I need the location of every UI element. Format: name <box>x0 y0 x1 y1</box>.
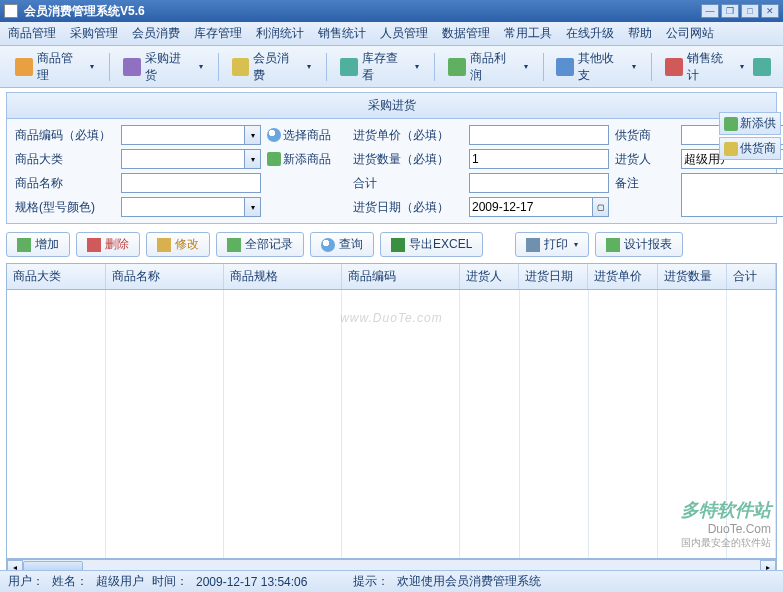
chevron-down-icon: ▾ <box>415 62 419 71</box>
menu-9[interactable]: 在线升级 <box>566 25 614 42</box>
people-icon[interactable] <box>753 58 771 76</box>
minimize-button[interactable]: — <box>701 4 719 18</box>
separator <box>218 53 219 81</box>
add-label: 增加 <box>35 236 59 253</box>
tool-sales[interactable]: 销售统计▾ <box>658 45 751 89</box>
all-label: 全部记录 <box>245 236 293 253</box>
tool-member[interactable]: 会员消费▾ <box>225 45 318 89</box>
chevron-down-icon[interactable]: ▾ <box>245 125 261 145</box>
column-header-7[interactable]: 进货数量 <box>658 264 727 289</box>
category-combo[interactable]: ▾ <box>121 149 261 169</box>
modify-button[interactable]: 修改 <box>146 232 210 257</box>
tool-label: 销售统计 <box>687 50 735 84</box>
tool-other-icon <box>556 58 574 76</box>
column-header-8[interactable]: 合计 <box>727 264 776 289</box>
tool-label: 采购进货 <box>145 50 193 84</box>
table-column <box>658 290 727 559</box>
chevron-down-icon[interactable]: ▾ <box>245 149 261 169</box>
all-records-button[interactable]: 全部记录 <box>216 232 304 257</box>
date-input[interactable] <box>469 197 593 217</box>
export-label: 导出EXCEL <box>409 236 472 253</box>
column-header-2[interactable]: 商品规格 <box>224 264 342 289</box>
product-code-label: 商品编码（必填） <box>15 127 115 144</box>
spec-input[interactable] <box>121 197 245 217</box>
titlebar: 会员消费管理系统V5.6 — ❐ □ ✕ <box>0 0 783 22</box>
new-supplier-side-button[interactable]: 新添供 <box>719 112 781 135</box>
export-excel-button[interactable]: 导出EXCEL <box>380 232 483 257</box>
qty-input[interactable] <box>469 149 609 169</box>
menu-4[interactable]: 利润统计 <box>256 25 304 42</box>
select-product-label: 选择商品 <box>283 127 331 144</box>
tool-member-icon <box>232 58 250 76</box>
status-tip-label: 提示： <box>353 573 389 590</box>
menu-10[interactable]: 帮助 <box>628 25 652 42</box>
column-header-6[interactable]: 进货单价 <box>588 264 657 289</box>
column-header-0[interactable]: 商品大类 <box>7 264 106 289</box>
design-report-button[interactable]: 设计报表 <box>595 232 683 257</box>
chevron-down-icon: ▾ <box>740 62 744 71</box>
menu-8[interactable]: 常用工具 <box>504 25 552 42</box>
menu-5[interactable]: 销售统计 <box>318 25 366 42</box>
tool-product[interactable]: 商品管理▾ <box>8 45 101 89</box>
menu-11[interactable]: 公司网站 <box>666 25 714 42</box>
purchase-form: 商品编码（必填） ▾ 选择商品 进货单价（必填） 供货商 ▾ 商品大类 ▾ 新添… <box>6 118 777 224</box>
menu-0[interactable]: 商品管理 <box>8 25 56 42</box>
menu-7[interactable]: 数据管理 <box>442 25 490 42</box>
column-header-3[interactable]: 商品编码 <box>342 264 460 289</box>
remark-label: 备注 <box>615 175 675 192</box>
close-button[interactable]: ✕ <box>761 4 779 18</box>
print-button[interactable]: 打印▾ <box>515 232 589 257</box>
delete-button[interactable]: 删除 <box>76 232 140 257</box>
column-header-1[interactable]: 商品名称 <box>106 264 224 289</box>
menu-3[interactable]: 库存管理 <box>194 25 242 42</box>
minus-icon <box>87 238 101 252</box>
list-icon <box>724 142 738 156</box>
table-column <box>727 290 776 559</box>
chevron-down-icon: ▾ <box>199 62 203 71</box>
menu-2[interactable]: 会员消费 <box>132 25 180 42</box>
spec-combo[interactable]: ▾ <box>121 197 261 217</box>
search-icon <box>267 128 281 142</box>
supplier-list-side-button[interactable]: 供货商 <box>719 137 781 160</box>
maximize-button[interactable]: □ <box>741 4 759 18</box>
name-input[interactable] <box>121 173 261 193</box>
chevron-down-icon: ▾ <box>90 62 94 71</box>
tool-label: 商品利润 <box>470 50 518 84</box>
restore-button[interactable]: ❐ <box>721 4 739 18</box>
product-code-input[interactable] <box>121 125 245 145</box>
add-button[interactable]: 增加 <box>6 232 70 257</box>
status-tip-value: 欢迎使用会员消费管理系统 <box>397 573 541 590</box>
chevron-down-icon: ▾ <box>307 62 311 71</box>
tool-other[interactable]: 其他收支▾ <box>549 45 642 89</box>
table-body <box>7 290 776 559</box>
unit-price-label: 进货单价（必填） <box>353 127 463 144</box>
tool-product-icon <box>15 58 33 76</box>
remark-textarea[interactable] <box>681 173 783 217</box>
menu-1[interactable]: 采购管理 <box>70 25 118 42</box>
unit-price-input[interactable] <box>469 125 609 145</box>
modify-label: 修改 <box>175 236 199 253</box>
separator <box>434 53 435 81</box>
delete-label: 删除 <box>105 236 129 253</box>
tool-profit[interactable]: 商品利润▾ <box>441 45 534 89</box>
table-column <box>460 290 519 559</box>
chevron-down-icon: ▾ <box>524 62 528 71</box>
menu-6[interactable]: 人员管理 <box>380 25 428 42</box>
search-button[interactable]: 查询 <box>310 232 374 257</box>
plus-icon <box>724 117 738 131</box>
calendar-icon[interactable]: ▢ <box>593 197 609 217</box>
date-picker[interactable]: ▢ <box>469 197 609 217</box>
window-title: 会员消费管理系统V5.6 <box>24 3 701 20</box>
new-product-link[interactable]: 新添商品 <box>267 151 347 168</box>
total-input[interactable] <box>469 173 609 193</box>
tool-stock[interactable]: 库存查看▾ <box>333 45 426 89</box>
column-header-4[interactable]: 进货人 <box>460 264 519 289</box>
category-input[interactable] <box>121 149 245 169</box>
tool-purchase[interactable]: 采购进货▾ <box>116 45 209 89</box>
select-product-link[interactable]: 选择商品 <box>267 127 347 144</box>
status-time-label: 时间： <box>152 573 188 590</box>
table-column <box>342 290 460 559</box>
chevron-down-icon[interactable]: ▾ <box>245 197 261 217</box>
column-header-5[interactable]: 进货日期 <box>519 264 588 289</box>
product-code-combo[interactable]: ▾ <box>121 125 261 145</box>
